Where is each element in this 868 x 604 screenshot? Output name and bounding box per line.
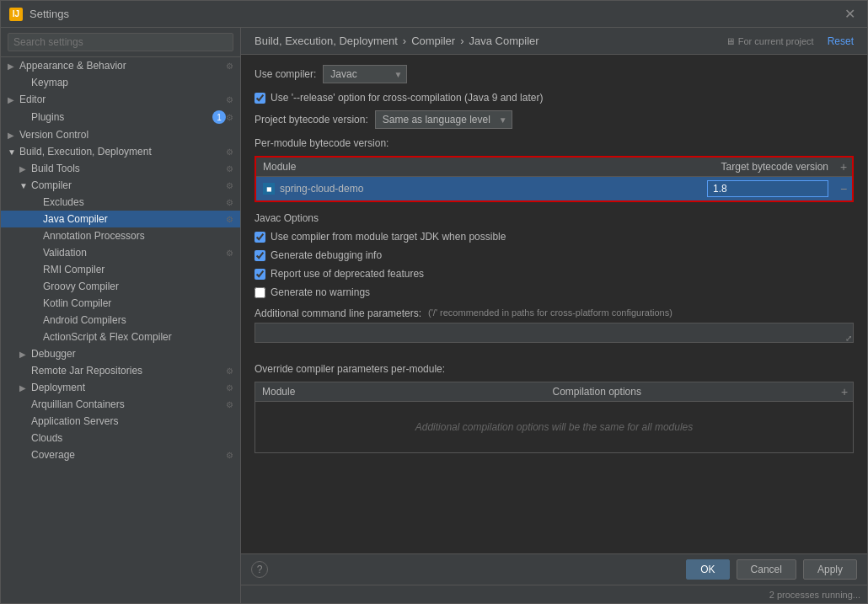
sidebar-item-app-servers[interactable]: Application Servers [1,413,240,430]
arrow-icon: ▶ [8,95,18,104]
additional-params-label: Additional command line parameters: [255,305,421,319]
footer-right: OK Cancel Apply [686,559,857,580]
settings-window: IJ Settings ✕ ▶ Appearance & Behavior ⚙ … [0,0,868,604]
sidebar-item-coverage[interactable]: Coverage ⚙ [1,446,240,463]
option-generate-debug: Generate debugging info [255,249,854,261]
sidebar-item-validation[interactable]: Validation ⚙ [1,244,240,261]
sidebar-item-java-compiler[interactable]: Java Compiler ⚙ [1,211,240,227]
help-button[interactable]: ? [251,561,268,578]
sidebar-item-compiler[interactable]: ▼ Compiler ⚙ [1,177,240,194]
sidebar-item-label: RMI Compiler [43,264,233,275]
option-use-compiler-module: Use compiler from module target JDK when… [255,231,854,243]
override-section-title: Override compiler parameters per-module: [255,363,854,375]
arrow-icon: ▶ [19,350,29,359]
settings-icon: ⚙ [226,95,233,104]
remove-module-button[interactable]: − [835,179,852,198]
module-cell: ◼ spring-cloud-demo [256,179,700,198]
sidebar-item-annotation-processors[interactable]: Annotation Processors [1,227,240,244]
additional-params-row: Additional command line parameters: ('/'… [255,305,854,319]
release-option-checkbox[interactable] [255,93,265,104]
breadcrumb-part2: Compiler [411,35,455,47]
sidebar-item-label: Arquillian Containers [31,398,226,410]
use-compiler-module-checkbox[interactable] [255,232,265,243]
ok-button[interactable]: OK [686,559,729,580]
header-actions: 🖥 For current project Reset [726,35,854,47]
generate-debug-checkbox[interactable] [255,250,265,261]
override-table: Module Compilation options + Additional … [255,382,854,453]
close-button[interactable]: ✕ [841,6,859,22]
use-compiler-label: Use compiler: [255,68,316,80]
sidebar-item-deployment[interactable]: ▶ Deployment ⚙ [1,379,240,396]
no-warnings-label[interactable]: Generate no warnings [271,286,370,298]
release-option-label[interactable]: Use '--release' option for cross-compila… [271,92,543,104]
sidebar-item-clouds[interactable]: Clouds [1,430,240,446]
sidebar-item-label: Editor [19,94,226,105]
report-deprecated-checkbox[interactable] [255,269,265,280]
settings-icon: ⚙ [226,147,233,157]
javac-section-title: Javac Options [255,212,854,224]
sidebar-item-remote-jar[interactable]: Remote Jar Repositories ⚙ [1,362,240,379]
sidebar-item-label: Coverage [31,449,226,461]
bytecode-version-select[interactable]: Same as language level 8 11 [375,110,512,129]
sidebar-item-actionscript[interactable]: ActionScript & Flex Compiler [1,329,240,345]
sidebar-item-arquillian[interactable]: Arquillian Containers ⚙ [1,396,240,413]
bytecode-select-wrapper: Same as language level 8 11 ▼ [375,110,512,129]
remove-row-button[interactable]: − [838,181,849,196]
search-input[interactable] [8,33,233,51]
params-expand-button[interactable]: ⤢ [845,334,852,343]
breadcrumb-sep1: › [403,35,406,47]
override-col-module: Module [255,382,546,401]
sidebar-item-label: Compiler [31,179,226,191]
sidebar-item-label: Android Compilers [43,314,233,326]
sidebar-item-label: Keymap [31,77,233,88]
sidebar-item-kotlin-compiler[interactable]: Kotlin Compiler [1,295,240,312]
arrow-icon: ▶ [8,131,18,140]
settings-icon: ⚙ [226,400,233,409]
reset-button[interactable]: Reset [828,35,854,47]
use-compiler-module-label[interactable]: Use compiler from module target JDK when… [271,231,506,243]
col-module-header: Module [256,158,700,176]
sidebar-item-excludes[interactable]: Excludes ⚙ [1,194,240,211]
sidebar-item-debugger[interactable]: ▶ Debugger [1,345,240,362]
cancel-button[interactable]: Cancel [737,559,796,580]
sidebar-item-editor[interactable]: ▶ Editor ⚙ [1,91,240,108]
sidebar-item-build-tools[interactable]: ▶ Build Tools ⚙ [1,160,240,177]
version-input[interactable] [707,180,828,197]
sidebar-item-rmi-compiler[interactable]: RMI Compiler [1,261,240,278]
additional-params-input[interactable] [255,323,854,343]
sidebar-item-label: Groovy Compiler [43,281,233,292]
generate-debug-label[interactable]: Generate debugging info [271,249,382,261]
no-warnings-checkbox[interactable] [255,287,265,298]
main-panel: Build, Execution, Deployment › Compiler … [241,28,867,603]
sidebar-item-label: Debugger [31,348,233,360]
main-header: Build, Execution, Deployment › Compiler … [241,28,867,55]
use-compiler-row: Use compiler: Javac Eclipse Ajc ▼ [255,65,854,83]
settings-icon: ⚙ [226,181,233,190]
use-compiler-select[interactable]: Javac Eclipse Ajc [323,65,407,83]
badge: 1 [212,110,226,124]
report-deprecated-label[interactable]: Report use of deprecated features [271,268,424,280]
override-add-button[interactable]: + [836,382,853,401]
settings-body: Use compiler: Javac Eclipse Ajc ▼ Use '-… [241,55,867,553]
option-no-warnings: Generate no warnings [255,286,854,298]
add-module-button[interactable]: + [835,158,852,176]
apply-button[interactable]: Apply [803,559,857,580]
override-add-row-button[interactable]: + [839,384,850,399]
sidebar-item-version-control[interactable]: ▶ Version Control [1,126,240,143]
sidebar-item-build-execution[interactable]: ▼ Build, Execution, Deployment ⚙ [1,143,240,160]
sidebar-item-plugins[interactable]: Plugins 1 ⚙ [1,108,240,126]
arrow-icon: ▼ [19,181,29,190]
add-row-button[interactable]: + [838,159,849,174]
status-text: 2 processes running... [769,590,860,600]
sidebar-item-keymap[interactable]: Keymap [1,74,240,91]
sidebar-item-appearance-behavior[interactable]: ▶ Appearance & Behavior ⚙ [1,57,240,74]
sidebar-item-android-compilers[interactable]: Android Compilers [1,312,240,329]
project-bytecode-row: Project bytecode version: Same as langua… [255,110,854,129]
module-table: Module Target bytecode version + ◼ sprin… [255,156,854,202]
table-row[interactable]: ◼ spring-cloud-demo − [256,177,852,200]
sidebar: ▶ Appearance & Behavior ⚙ Keymap ▶ Edito… [1,28,241,603]
main-content: ▶ Appearance & Behavior ⚙ Keymap ▶ Edito… [1,28,867,603]
sidebar-item-groovy-compiler[interactable]: Groovy Compiler [1,278,240,295]
additional-params-input-wrapper: ⤢ [255,323,854,353]
sidebar-item-label: Validation [43,247,226,259]
